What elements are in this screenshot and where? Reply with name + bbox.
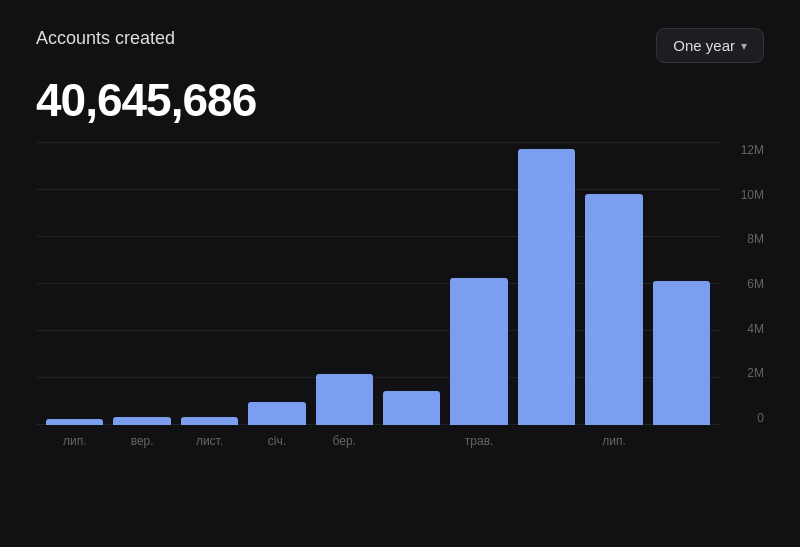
- chart-title: Accounts created: [36, 28, 175, 49]
- y-axis-label: 6M: [747, 277, 764, 291]
- bar[interactable]: [316, 374, 373, 425]
- bar-group: [383, 143, 440, 425]
- y-axis-label: 4M: [747, 322, 764, 336]
- x-axis-label: лип.: [46, 434, 103, 448]
- bar-group: [113, 143, 170, 425]
- x-axis-label: бер.: [316, 434, 373, 448]
- x-labels: лип.вер.лист.січ.бер.трав.лип.: [36, 429, 720, 453]
- y-axis-label: 12M: [741, 143, 764, 157]
- bar[interactable]: [383, 391, 440, 425]
- chart-header: Accounts created One year ▾: [36, 28, 764, 63]
- bar-group: [46, 143, 103, 425]
- bar-group: [518, 143, 575, 425]
- y-axis-label: 0: [757, 411, 764, 425]
- bar[interactable]: [46, 419, 103, 425]
- bar[interactable]: [518, 149, 575, 425]
- bar[interactable]: [653, 281, 710, 425]
- dropdown-label: One year: [673, 37, 735, 54]
- bar-group: [248, 143, 305, 425]
- bar[interactable]: [585, 194, 642, 425]
- bars-section: [36, 143, 720, 425]
- chevron-down-icon: ▾: [741, 39, 747, 53]
- bar[interactable]: [248, 402, 305, 425]
- bar-group: [450, 143, 507, 425]
- y-axis-label: 8M: [747, 232, 764, 246]
- bar[interactable]: [113, 417, 170, 425]
- total-count: 40,645,686: [36, 73, 764, 127]
- bar[interactable]: [450, 278, 507, 425]
- x-axis-label: трав.: [450, 434, 507, 448]
- bar-group: [181, 143, 238, 425]
- bar-group: [653, 143, 710, 425]
- bar-group: [316, 143, 373, 425]
- x-axis-label: лист.: [181, 434, 238, 448]
- chart-area: 12M10M8M6M4M2M0 лип.вер.лист.січ.бер.тра…: [36, 143, 764, 453]
- bar[interactable]: [181, 417, 238, 425]
- x-axis-label: лип.: [585, 434, 642, 448]
- y-axis: 12M10M8M6M4M2M0: [724, 143, 764, 425]
- y-axis-label: 2M: [747, 366, 764, 380]
- bar-group: [585, 143, 642, 425]
- period-dropdown[interactable]: One year ▾: [656, 28, 764, 63]
- x-axis-label: вер.: [113, 434, 170, 448]
- x-axis-label: січ.: [248, 434, 305, 448]
- bars-container: [36, 143, 720, 425]
- dashboard-container: Accounts created One year ▾ 40,645,686 1…: [0, 0, 800, 547]
- y-axis-label: 10M: [741, 188, 764, 202]
